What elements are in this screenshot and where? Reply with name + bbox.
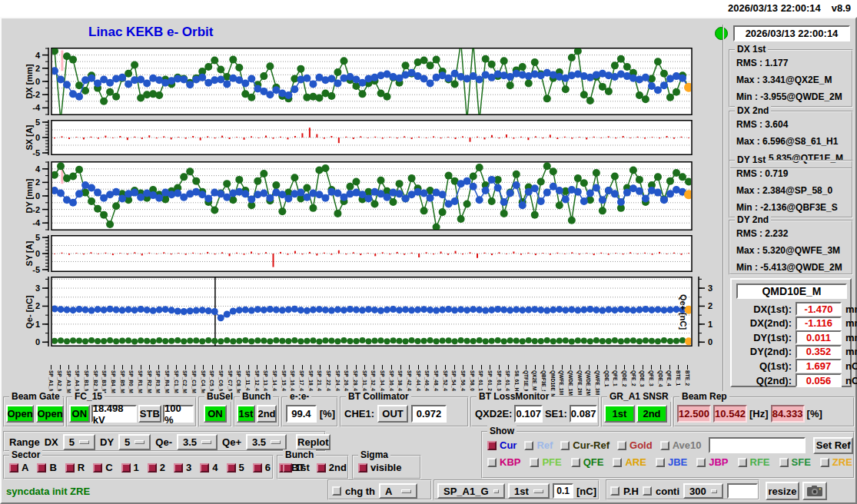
camera-button[interactable] xyxy=(802,482,827,500)
bpm-select[interactable]: SP_A1_G xyxy=(437,483,505,499)
x-label: QDE_2 xyxy=(621,370,626,386)
sector-r: R xyxy=(65,462,85,473)
show-jbp-checkbox[interactable] xyxy=(696,458,706,467)
sector-6-checkbox[interactable] xyxy=(253,463,262,472)
threshold-value[interactable]: 0.1 xyxy=(553,483,573,499)
set-ref-button[interactable]: Set Ref xyxy=(813,437,853,454)
extra-input[interactable] xyxy=(727,483,758,499)
sigma-group: Sigma visible xyxy=(352,455,421,479)
dropdown-dash-icon xyxy=(271,440,281,444)
sector-1-checkbox[interactable] xyxy=(121,463,131,472)
app-window: 2026/03/13 22:00:14 v8.9 Linac KEKB e- O… xyxy=(0,0,857,504)
x-label: SP_38_4 xyxy=(397,370,403,391)
x-label: SP_12_4 xyxy=(254,370,259,391)
bunch-check-2nd-label: 2nd xyxy=(329,462,347,473)
show-cur-ref: Cur-Ref xyxy=(560,439,610,451)
bunch-check-2nd: 2nd xyxy=(317,462,347,473)
sector-4-checkbox[interactable] xyxy=(200,463,209,472)
x-label: SP_B4_M xyxy=(111,370,116,393)
conti-checkbox[interactable] xyxy=(643,486,652,496)
x-label: QWFE_1M xyxy=(559,370,564,395)
beam-gate-open1-button[interactable]: Open xyxy=(6,405,34,423)
show-pfe-label: PFE xyxy=(542,456,561,468)
show-zre-label: ZRE xyxy=(832,456,852,468)
svg-text:0: 0 xyxy=(35,249,40,258)
busel-title: BuSel xyxy=(204,391,235,402)
show-zre-checkbox[interactable] xyxy=(820,458,829,467)
gr-snsr-group: GR_A1 SNSR 1st 2nd xyxy=(601,396,672,427)
beam-gate-open2-button[interactable]: Open xyxy=(36,405,64,423)
bt-collimator-title: BT Collimator xyxy=(346,391,411,402)
bunch-select[interactable]: 1st xyxy=(508,483,550,499)
show-gold-checkbox[interactable] xyxy=(617,441,626,450)
bunch-2nd-button[interactable]: 2nd xyxy=(257,405,277,423)
range-qem-select[interactable]: 3.5 xyxy=(177,434,218,450)
x-label: SP_14_4 xyxy=(272,370,277,391)
che1-out-button[interactable]: OUT xyxy=(377,405,408,423)
show-sfe-checkbox[interactable] xyxy=(779,458,789,467)
x-label: SP_R1_M xyxy=(138,370,143,393)
x-label: SP_C5_M xyxy=(209,370,214,393)
show-cur-ref-label: Cur-Ref xyxy=(573,439,610,451)
chg-th-select[interactable]: A xyxy=(379,483,417,499)
sector-3-checkbox[interactable] xyxy=(174,463,183,472)
sector-b-label: B xyxy=(49,462,56,473)
bunch-check-1st-checkbox[interactable] xyxy=(283,463,292,472)
count-select[interactable]: 300 xyxy=(683,483,723,499)
sector-a-label: A xyxy=(22,462,28,473)
resize-button[interactable]: resize xyxy=(766,482,799,500)
bunch-group: Bunch 1st 2nd xyxy=(234,396,280,427)
sector-c-checkbox[interactable] xyxy=(93,463,102,472)
show-jbe-checkbox[interactable] xyxy=(656,458,665,467)
ph-checkbox[interactable] xyxy=(610,486,619,496)
sector-b-checkbox[interactable] xyxy=(37,463,46,472)
sector-a-checkbox[interactable] xyxy=(9,463,18,472)
sector-1-label: 1 xyxy=(134,462,139,473)
beam-rep-value2: 10.542 xyxy=(713,405,747,423)
chg-th-checkbox[interactable] xyxy=(332,486,341,496)
show-sfe-label: SFE xyxy=(792,456,811,468)
gr-snsr-1st-button[interactable]: 1st xyxy=(604,405,635,423)
gr-snsr-2nd-button[interactable]: 2nd xyxy=(636,405,667,423)
range-qep-select[interactable]: 3.5 xyxy=(246,434,287,450)
x-label: SP_13_4 xyxy=(263,370,268,391)
show-qfe-checkbox[interactable] xyxy=(571,458,580,467)
fc15-on-button[interactable]: ON xyxy=(69,405,90,423)
bunch-check-title: Bunch xyxy=(283,449,316,460)
range-label: Range xyxy=(9,436,40,448)
x-label: QX2E_M xyxy=(532,370,537,390)
replot-button[interactable]: Replot xyxy=(296,434,330,450)
page-title: Linac KEKB e- Orbit xyxy=(88,25,213,40)
bunch-check-1st-label: 1st xyxy=(295,462,310,473)
camera-icon xyxy=(807,486,822,496)
sector-2-checkbox[interactable] xyxy=(148,463,157,472)
sector-5-checkbox[interactable] xyxy=(227,463,236,472)
chart-sx: 50-5 xyxy=(39,120,716,155)
sigma-visible-checkbox[interactable] xyxy=(358,463,367,472)
show-cur-checkbox[interactable] xyxy=(487,441,497,450)
monitor-row: DY(2nd):0.352mm xyxy=(736,345,857,359)
range-dx-select[interactable]: 5 xyxy=(63,434,95,450)
busel-on-button[interactable]: ON xyxy=(204,405,227,423)
bunch-check-2nd-checkbox[interactable] xyxy=(317,463,326,472)
range-dy-select[interactable]: 5 xyxy=(118,434,151,450)
show-pfe-checkbox[interactable] xyxy=(530,458,539,467)
show-cur-ref-checkbox[interactable] xyxy=(560,441,570,450)
x-label: SP_61_4 xyxy=(505,370,510,391)
ref-file-input[interactable] xyxy=(709,437,806,453)
show-rfe-checkbox[interactable] xyxy=(738,458,747,467)
show-are-checkbox[interactable] xyxy=(613,458,622,467)
bunch-1st-button[interactable]: 1st xyxy=(237,405,255,423)
sector-6: 6 xyxy=(253,462,271,473)
x-label: SP_21_4 xyxy=(317,370,322,391)
x-label: SP_34_4 xyxy=(379,370,384,391)
bunch-title: Bunch xyxy=(240,391,273,402)
fc15-stb-button[interactable]: STB xyxy=(138,405,161,423)
sector-r-checkbox[interactable] xyxy=(65,463,75,472)
show-ref-checkbox[interactable] xyxy=(524,441,533,450)
show-kbp: KBP xyxy=(487,456,520,468)
x-label: SP_A1_M xyxy=(48,370,53,393)
show-ave10-checkbox[interactable] xyxy=(660,441,669,450)
show-kbp-checkbox[interactable] xyxy=(487,458,497,467)
che1-value: 0.972 xyxy=(411,405,447,423)
